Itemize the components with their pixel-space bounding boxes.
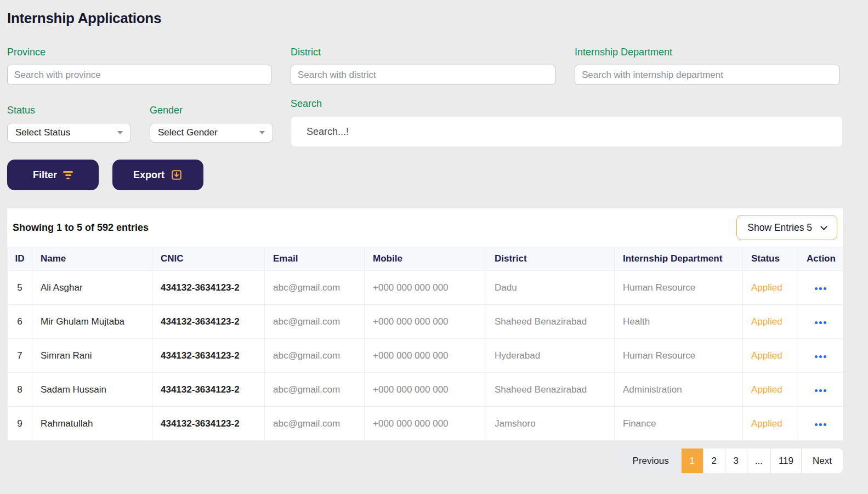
ellipsis-icon <box>815 321 826 324</box>
cell-id: 7 <box>8 339 32 373</box>
table-header: ID Name CNIC Email Mobile District Inter… <box>8 247 843 271</box>
cell-action <box>798 407 843 441</box>
cell-id: 5 <box>8 271 32 305</box>
cell-cnic: 434132-3634123-2 <box>152 407 265 441</box>
row-actions-button[interactable] <box>812 280 830 295</box>
cell-mobile: +000 000 000 000 <box>365 373 486 407</box>
page-previous[interactable]: Previous <box>621 448 682 473</box>
search-input[interactable] <box>291 116 843 147</box>
table-body: 5Ali Asghar434132-3634123-2abc@gmail.com… <box>8 271 843 441</box>
column-header-action: Action <box>798 247 843 271</box>
page-next[interactable]: Next <box>802 448 843 473</box>
status-select-value: Select Status <box>15 127 70 138</box>
district-input[interactable] <box>291 65 555 85</box>
province-label: Province <box>7 47 271 58</box>
search-label: Search <box>291 98 843 110</box>
show-entries-dropdown[interactable]: Show Entries 5 <box>736 215 837 240</box>
status-label: Status <box>7 105 131 116</box>
cell-name: Sadam Hussain <box>32 373 152 407</box>
district-label: District <box>291 47 555 58</box>
cell-department: Administration <box>615 373 743 407</box>
cell-id: 8 <box>8 373 32 407</box>
chevron-down-icon <box>820 223 827 230</box>
status-field: Status Select Status <box>7 98 131 147</box>
filters-row-2: Status Select Status Gender Select Gende… <box>7 98 843 147</box>
page-119[interactable]: 119 <box>771 448 802 473</box>
column-header-status: Status <box>743 247 798 271</box>
row-actions-button[interactable] <box>812 348 830 363</box>
table-row: 9Rahmatullah434132-3634123-2abc@gmail.co… <box>8 407 843 441</box>
cell-email: abc@gmail.com <box>265 305 365 339</box>
cell-email: abc@gmail.com <box>265 271 365 305</box>
cell-department: Finance <box>615 407 743 441</box>
page-1[interactable]: 1 <box>682 448 704 473</box>
cell-name: Mir Ghulam Mujtaba <box>32 305 152 339</box>
cell-action <box>798 373 843 407</box>
status-badge: Applied <box>751 384 782 395</box>
cell-mobile: +000 000 000 000 <box>365 305 486 339</box>
table-row: 8Sadam Hussain434132-3634123-2abc@gmail.… <box>8 373 843 407</box>
cell-action <box>798 339 843 373</box>
status-badge: Applied <box>751 418 782 429</box>
cell-status: Applied <box>743 373 798 407</box>
cell-mobile: +000 000 000 000 <box>365 271 486 305</box>
district-field: District <box>291 47 555 85</box>
cell-cnic: 434132-3634123-2 <box>152 339 265 373</box>
internship-department-label: Internship Department <box>575 47 839 58</box>
entries-summary: Showing 1 to 5 of 592 entries <box>13 222 149 234</box>
status-badge: Applied <box>751 350 782 361</box>
ellipsis-icon <box>815 287 826 290</box>
filter-button[interactable]: Filter <box>7 160 99 190</box>
cell-email: abc@gmail.com <box>265 339 365 373</box>
cell-status: Applied <box>743 339 798 373</box>
internship-department-field: Internship Department <box>575 47 839 85</box>
cell-action <box>798 305 843 339</box>
cell-department: Human Resource <box>615 271 743 305</box>
caret-down-icon <box>117 131 123 134</box>
page-title: Internship Applications <box>7 10 843 27</box>
page-2[interactable]: 2 <box>704 448 725 473</box>
caret-down-icon <box>259 131 265 134</box>
cell-district: Hyderabad <box>486 339 615 373</box>
row-actions-button[interactable] <box>812 314 830 329</box>
cell-department: Health <box>615 305 743 339</box>
table-row: 6Mir Ghulam Mujtaba434132-3634123-2abc@g… <box>8 305 843 339</box>
column-header-name: Name <box>32 247 152 271</box>
row-actions-button[interactable] <box>812 382 830 397</box>
gender-field: Gender Select Gender <box>150 98 273 147</box>
province-input[interactable] <box>7 65 271 85</box>
status-badge: Applied <box>751 316 782 327</box>
column-header-id: ID <box>8 247 32 271</box>
export-button-label: Export <box>133 169 164 181</box>
cell-name: Rahmatullah <box>32 407 152 441</box>
column-header-district: District <box>486 247 615 271</box>
province-field: Province <box>7 47 271 85</box>
page-3[interactable]: 3 <box>725 448 747 473</box>
cell-cnic: 434132-3634123-2 <box>152 305 265 339</box>
cell-status: Applied <box>743 407 798 441</box>
show-entries-label: Show Entries 5 <box>747 222 812 234</box>
cell-action <box>798 271 843 305</box>
cell-district: Jamshoro <box>486 407 615 441</box>
applications-table: ID Name CNIC Email Mobile District Inter… <box>7 247 843 441</box>
ellipsis-icon <box>815 355 826 358</box>
download-icon <box>171 169 183 181</box>
cell-cnic: 434132-3634123-2 <box>152 373 265 407</box>
applications-table-card: Showing 1 to 5 of 592 entries Show Entri… <box>7 208 843 441</box>
cell-status: Applied <box>743 271 798 305</box>
search-field: Search <box>291 98 843 147</box>
row-actions-button[interactable] <box>812 416 830 431</box>
ellipsis-icon <box>815 389 826 392</box>
cell-mobile: +000 000 000 000 <box>365 407 486 441</box>
status-select[interactable]: Select Status <box>7 123 131 143</box>
internship-department-input[interactable] <box>575 65 839 85</box>
status-badge: Applied <box>751 282 782 293</box>
gender-label: Gender <box>150 105 273 116</box>
table-row: 7Simran Rani434132-3634123-2abc@gmail.co… <box>8 339 843 373</box>
page-ellipsis[interactable]: ... <box>747 448 771 473</box>
filter-icon <box>63 171 73 179</box>
gender-select[interactable]: Select Gender <box>150 123 273 143</box>
pagination: Previous123...119Next <box>621 448 843 473</box>
actions-row: Filter Export <box>7 160 843 190</box>
export-button[interactable]: Export <box>112 160 203 190</box>
